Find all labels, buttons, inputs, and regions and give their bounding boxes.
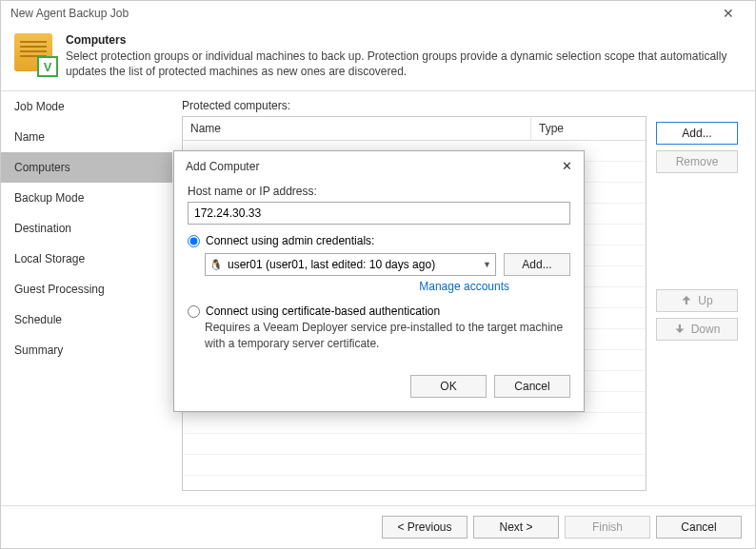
radio-admin-input[interactable]: [188, 235, 200, 247]
wizard-window: New Agent Backup Job ✕ V Computers Selec…: [0, 0, 756, 549]
cert-description: Requires a Veeam Deployer service pre-in…: [205, 320, 570, 352]
radio-certificate-auth[interactable]: Connect using certificate-based authenti…: [188, 304, 570, 318]
sidebar-item-guest-processing[interactable]: Guest Processing: [1, 274, 172, 304]
table-row[interactable]: [183, 413, 646, 434]
sidebar-item-job-mode[interactable]: Job Mode: [1, 91, 172, 122]
down-button: 🠋Down: [656, 318, 738, 341]
wizard-footer: < Previous Next > Finish Cancel: [1, 505, 755, 548]
arrow-up-icon: 🠉: [681, 294, 692, 307]
radio-cert-input[interactable]: [188, 305, 200, 318]
column-type[interactable]: Type: [531, 117, 646, 140]
ok-button[interactable]: OK: [410, 375, 487, 398]
table-row[interactable]: [183, 434, 646, 455]
radio-admin-credentials[interactable]: Connect using admin credentials:: [188, 234, 570, 247]
up-label: Up: [698, 294, 712, 307]
table-header: Name Type: [183, 117, 646, 141]
dialog-title: Add Computer: [186, 160, 259, 173]
dialog-body: Host name or IP address: Connect using a…: [174, 181, 584, 365]
sidebar-item-schedule[interactable]: Schedule: [1, 304, 172, 335]
next-button[interactable]: Next >: [473, 516, 559, 539]
protected-computers-label: Protected computers:: [182, 99, 647, 112]
chevron-down-icon: ▼: [483, 260, 491, 269]
wizard-header: V Computers Select protection groups or …: [1, 26, 755, 90]
manage-accounts-link[interactable]: Manage accounts: [205, 280, 509, 293]
credentials-dropdown[interactable]: 🐧 user01 (user01, last edited: 10 days a…: [205, 253, 496, 276]
finish-button: Finish: [565, 516, 650, 539]
dialog-titlebar: Add Computer ✕: [174, 151, 584, 181]
v-badge-icon: V: [37, 56, 58, 77]
header-text: Computers Select protection groups or in…: [66, 33, 742, 79]
sidebar-item-destination[interactable]: Destination: [1, 213, 172, 244]
titlebar: New Agent Backup Job ✕: [1, 1, 755, 26]
dialog-footer: OK Cancel: [174, 365, 584, 411]
radio-cert-label: Connect using certificate-based authenti…: [206, 304, 440, 318]
cancel-button[interactable]: Cancel: [656, 516, 742, 539]
header-icon: V: [14, 33, 56, 75]
sidebar-item-computers[interactable]: Computers: [1, 152, 172, 183]
previous-button[interactable]: < Previous: [382, 516, 468, 539]
sidebar-item-summary[interactable]: Summary: [1, 335, 172, 365]
main-buttons: Add... Remove 🠉Up 🠋Down: [656, 99, 742, 505]
wizard-steps-sidebar: Job Mode Name Computers Backup Mode Dest…: [1, 91, 172, 505]
dialog-cancel-button[interactable]: Cancel: [494, 375, 570, 398]
arrow-down-icon: 🠋: [674, 323, 686, 336]
page-title: Computers: [66, 33, 742, 47]
sidebar-item-local-storage[interactable]: Local Storage: [1, 244, 172, 274]
dialog-close-icon[interactable]: ✕: [562, 159, 572, 173]
remove-button: Remove: [656, 150, 738, 173]
radio-admin-label: Connect using admin credentials:: [206, 234, 374, 247]
sidebar-item-backup-mode[interactable]: Backup Mode: [1, 183, 172, 213]
column-name[interactable]: Name: [183, 117, 531, 140]
add-computer-dialog: Add Computer ✕ Host name or IP address: …: [173, 150, 585, 412]
linux-icon: 🐧: [209, 258, 223, 271]
page-description: Select protection groups or individual m…: [66, 49, 742, 79]
host-label: Host name or IP address:: [188, 185, 570, 198]
sidebar-item-name[interactable]: Name: [1, 122, 172, 152]
close-icon[interactable]: ✕: [711, 7, 746, 20]
credentials-row: 🐧 user01 (user01, last edited: 10 days a…: [205, 253, 570, 276]
add-button[interactable]: Add...: [656, 122, 738, 145]
window-title: New Agent Backup Job: [10, 7, 129, 20]
host-input[interactable]: [188, 202, 570, 225]
table-row[interactable]: [183, 455, 646, 476]
add-credentials-button[interactable]: Add...: [504, 253, 570, 276]
credentials-selected: user01 (user01, last edited: 10 days ago…: [228, 258, 435, 271]
up-button: 🠉Up: [656, 289, 738, 312]
down-label: Down: [691, 323, 721, 336]
